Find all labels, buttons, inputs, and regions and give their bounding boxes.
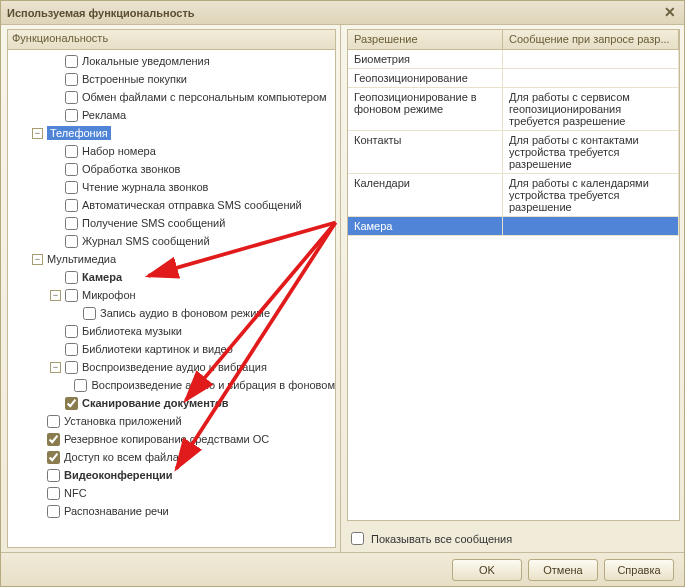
close-icon[interactable]: ✕ [662, 5, 678, 21]
tree-item[interactable]: Автоматическая отправка SMS сообщений [8, 196, 335, 214]
tree-item-label: Обмен файлами с персональным компьютером [82, 91, 327, 103]
cancel-button[interactable]: Отмена [528, 559, 598, 581]
tree-checkbox[interactable] [65, 163, 78, 176]
tree-item[interactable]: Запись аудио в фоновом режиме [8, 304, 335, 322]
tree-checkbox[interactable] [65, 73, 78, 86]
tree-item[interactable]: Набор номера [8, 142, 335, 160]
tree-checkbox[interactable] [65, 397, 78, 410]
cell-message [503, 50, 679, 68]
tree-item-label: Телефония [47, 126, 111, 140]
tree-item[interactable]: Библиотеки картинок и видео [8, 340, 335, 358]
tree-checkbox[interactable] [65, 325, 78, 338]
tree-item-label: Журнал SMS сообщений [82, 235, 210, 247]
cell-message [503, 217, 679, 235]
tree-item-label: Чтение журнала звонков [82, 181, 208, 193]
tree-item[interactable]: Обработка звонков [8, 160, 335, 178]
tree-item-label: Локальные уведомления [82, 55, 210, 67]
cell-message [503, 69, 679, 87]
tree-checkbox[interactable] [65, 343, 78, 356]
tree-item-label: Камера [82, 271, 122, 283]
column-message[interactable]: Сообщение при запросе разр... [503, 30, 679, 49]
cell-permission: Календари [348, 174, 503, 216]
tree-checkbox[interactable] [47, 469, 60, 482]
tree-item[interactable]: Резервное копирование средствами ОС [8, 430, 335, 448]
tree-item[interactable]: NFC [8, 484, 335, 502]
tree-item[interactable]: Камера [8, 268, 335, 286]
tree-item[interactable]: Видеоконференции [8, 466, 335, 484]
cell-permission: Биометрия [348, 50, 503, 68]
tree-checkbox[interactable] [65, 217, 78, 230]
tree-checkbox[interactable] [65, 145, 78, 158]
dialog-title: Используемая функциональность [7, 7, 195, 19]
tree-checkbox[interactable] [65, 55, 78, 68]
tree-item-label: Запись аудио в фоновом режиме [100, 307, 270, 319]
tree-item[interactable]: Сканирование документов [8, 394, 335, 412]
show-all-messages[interactable]: Показывать все сообщения [347, 529, 680, 548]
show-all-checkbox[interactable] [351, 532, 364, 545]
tree-item[interactable]: Установка приложений [8, 412, 335, 430]
left-panel: Функциональность Локальные уведомленияВс… [1, 25, 341, 552]
tree-item-label: Резервное копирование средствами ОС [64, 433, 269, 445]
dialog-footer: OK Отмена Справка [1, 552, 684, 586]
functionality-tree[interactable]: Локальные уведомленияВстроенные покупкиО… [7, 49, 336, 548]
tree-checkbox[interactable] [47, 415, 60, 428]
tree-checkbox[interactable] [74, 379, 87, 392]
column-permission[interactable]: Разрешение [348, 30, 503, 49]
table-row[interactable]: Геопозиционирование в фоновом режимеДля … [348, 88, 679, 131]
tree-item-label: NFC [64, 487, 87, 499]
table-row[interactable]: Биометрия [348, 50, 679, 69]
ok-button[interactable]: OK [452, 559, 522, 581]
tree-item[interactable]: Обмен файлами с персональным компьютером [8, 88, 335, 106]
tree-checkbox[interactable] [65, 235, 78, 248]
expander-icon[interactable]: − [32, 128, 43, 139]
table-row[interactable]: Камера [348, 217, 679, 236]
tree-item[interactable]: Локальные уведомления [8, 52, 335, 70]
expander-icon[interactable]: − [50, 290, 61, 301]
tree-item[interactable]: Библиотека музыки [8, 322, 335, 340]
tree-checkbox[interactable] [47, 433, 60, 446]
tree-item-label: Воспроизведение аудио и вибрация [82, 361, 267, 373]
tree-item[interactable]: −Мультимедиа [8, 250, 335, 268]
tree-checkbox[interactable] [65, 91, 78, 104]
titlebar: Используемая функциональность ✕ [1, 1, 684, 25]
tree-item[interactable]: Чтение журнала звонков [8, 178, 335, 196]
tree-checkbox[interactable] [65, 109, 78, 122]
tree-checkbox[interactable] [83, 307, 96, 320]
expander-icon[interactable]: − [50, 362, 61, 373]
cell-message: Для работы с сервисом геопозиционировани… [503, 88, 679, 130]
tree-checkbox[interactable] [47, 451, 60, 464]
tree-item[interactable]: Получение SMS сообщений [8, 214, 335, 232]
tree-item[interactable]: Встроенные покупки [8, 70, 335, 88]
tree-item-label: Обработка звонков [82, 163, 180, 175]
tree-item[interactable]: Реклама [8, 106, 335, 124]
tree-checkbox[interactable] [47, 487, 60, 500]
help-button[interactable]: Справка [604, 559, 674, 581]
cell-permission: Камера [348, 217, 503, 235]
table-row[interactable]: КонтактыДля работы с контактами устройст… [348, 131, 679, 174]
tree-item[interactable]: −Микрофон [8, 286, 335, 304]
cell-message: Для работы с контактами устройства требу… [503, 131, 679, 173]
cell-message: Для работы с календарями устройства треб… [503, 174, 679, 216]
tree-item[interactable]: Воспроизведение аудио и вибрация в фонов… [8, 376, 335, 394]
tree-checkbox[interactable] [65, 289, 78, 302]
tree-item[interactable]: −Воспроизведение аудио и вибрация [8, 358, 335, 376]
tree-item[interactable]: Журнал SMS сообщений [8, 232, 335, 250]
tree-item-label: Распознавание речи [64, 505, 169, 517]
tree-checkbox[interactable] [65, 361, 78, 374]
tree-item[interactable]: Доступ ко всем файлам [8, 448, 335, 466]
tree-checkbox[interactable] [65, 199, 78, 212]
tree-item-label: Библиотека музыки [82, 325, 182, 337]
tree-checkbox[interactable] [65, 271, 78, 284]
table-row[interactable]: КалендариДля работы с календарями устрой… [348, 174, 679, 217]
expander-icon[interactable]: − [32, 254, 43, 265]
tree-item-label: Реклама [82, 109, 126, 121]
table-body[interactable]: БиометрияГеопозиционированиеГеопозициони… [348, 50, 679, 520]
tree-item[interactable]: Распознавание речи [8, 502, 335, 520]
tree-item-label: Получение SMS сообщений [82, 217, 225, 229]
tree-item[interactable]: −Телефония [8, 124, 335, 142]
table-row[interactable]: Геопозиционирование [348, 69, 679, 88]
tree-checkbox[interactable] [47, 505, 60, 518]
tree-checkbox[interactable] [65, 181, 78, 194]
right-panel: Разрешение Сообщение при запросе разр...… [341, 25, 684, 552]
show-all-label: Показывать все сообщения [371, 533, 512, 545]
